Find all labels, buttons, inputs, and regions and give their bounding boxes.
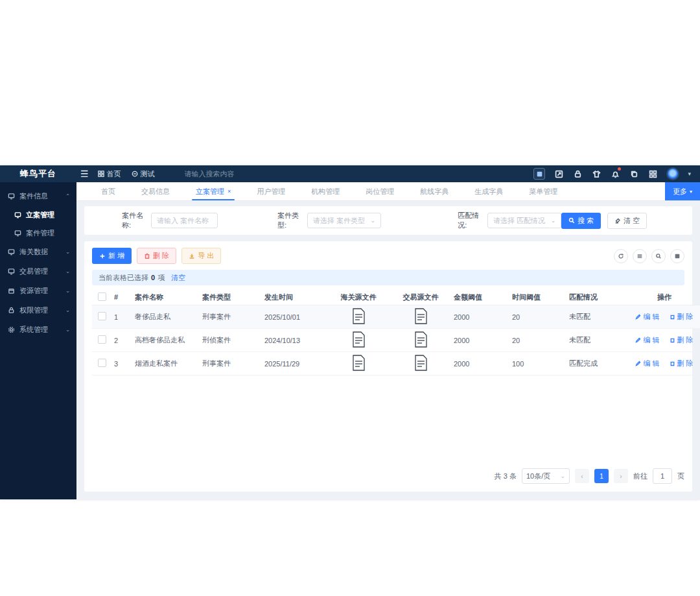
user-menu-chevron-icon[interactable]: ▾ xyxy=(688,171,691,177)
search-button[interactable]: 搜 索 xyxy=(561,213,601,229)
document-icon[interactable] xyxy=(414,331,428,348)
sidebar-item-case-management[interactable]: 案件管理 xyxy=(0,224,76,242)
monitor-icon xyxy=(14,230,21,237)
table-toolbar: 新 增 删 除 导 出 xyxy=(92,248,684,264)
refresh-button[interactable] xyxy=(614,249,628,263)
tabs-more-button[interactable]: 更多 ▾ xyxy=(665,182,700,200)
theme-mode-button[interactable] xyxy=(533,168,545,180)
next-page-button[interactable]: › xyxy=(614,469,628,483)
delete-link[interactable]: 删 除 xyxy=(670,335,694,345)
delete-button[interactable]: 删 除 xyxy=(137,248,176,264)
sidebar-item-trade-management[interactable]: 交易管理 ⌄ xyxy=(0,261,76,281)
lock-screen-button[interactable] xyxy=(572,169,583,179)
dashboard-icon xyxy=(98,171,104,177)
close-icon[interactable]: × xyxy=(228,188,231,195)
column-settings-button[interactable] xyxy=(670,249,684,263)
breadcrumb-home-label: 首页 xyxy=(107,169,121,179)
topbar-actions: ▾ xyxy=(533,167,700,180)
chevron-down-icon: ⌄ xyxy=(65,307,70,313)
case-type-select[interactable]: 请选择 案件类型 ⌄ xyxy=(307,213,381,228)
page-1-button[interactable]: 1 xyxy=(594,469,609,483)
tab-home[interactable]: 首页 xyxy=(88,182,128,200)
sidebar-item-label: 案件信息 xyxy=(19,191,48,201)
tab-gen-dict[interactable]: 生成字典 xyxy=(461,182,516,200)
edit-link[interactable]: 编 辑 xyxy=(635,312,659,322)
tab-post-management[interactable]: 岗位管理 xyxy=(353,182,407,200)
chevron-down-icon: ▾ xyxy=(690,189,692,195)
search-icon xyxy=(568,217,575,224)
edit-link[interactable]: 编 辑 xyxy=(635,359,659,368)
delete-link[interactable]: 删 除 xyxy=(670,359,694,368)
external-link-button[interactable] xyxy=(554,169,564,179)
tab-user-management[interactable]: 用户管理 xyxy=(244,182,298,200)
fullscreen-button[interactable] xyxy=(648,169,658,179)
sidebar-item-case-info[interactable]: 案件信息 ⌃ xyxy=(0,186,76,206)
plus-icon xyxy=(99,253,106,259)
sidebar-item-system-management[interactable]: 系统管理 ⌄ xyxy=(0,320,76,339)
monitor-icon xyxy=(8,248,15,256)
sidebar-item-resource-management[interactable]: 资源管理 ⌄ xyxy=(0,281,76,300)
sidebar-item-filing-management[interactable]: 立案管理 xyxy=(0,206,76,224)
page-size-select[interactable]: 10条/页 ⌄ xyxy=(522,468,570,484)
tab-trade-info[interactable]: 交易信息 xyxy=(128,182,183,200)
edit-link[interactable]: 编 辑 xyxy=(635,335,659,345)
selection-clear-link[interactable]: 清空 xyxy=(171,273,185,283)
prev-page-button[interactable]: ‹ xyxy=(575,469,589,483)
monitor-icon xyxy=(14,211,21,219)
row-checkbox[interactable] xyxy=(98,359,106,367)
tab-filing-management[interactable]: 立案管理× xyxy=(183,182,244,200)
sidebar-item-customs-data[interactable]: 海关数据 ⌄ xyxy=(0,242,76,261)
notifications-button[interactable] xyxy=(610,169,620,179)
sidebar: 案件信息 ⌃ 立案管理 案件管理 海关数据 ⌄ xyxy=(0,182,76,499)
sidebar-item-permission-management[interactable]: 权限管理 ⌄ xyxy=(0,300,76,320)
document-icon[interactable] xyxy=(352,331,366,348)
pencil-icon xyxy=(635,314,641,320)
tab-route-dict[interactable]: 航线字典 xyxy=(407,182,461,200)
col-ops: 操作 xyxy=(629,289,700,305)
export-button[interactable]: 导 出 xyxy=(181,248,221,264)
document-icon[interactable] xyxy=(414,308,428,324)
tab-menu-management[interactable]: 菜单管理 xyxy=(516,182,570,200)
goto-page-input[interactable]: 1 xyxy=(653,468,672,484)
search-toggle-button[interactable] xyxy=(651,249,666,263)
col-case-type: 案件类型 xyxy=(200,289,262,305)
cases-table: # 案件名称 案件类型 发生时间 海关源文件 交易源文件 金额阈值 时间阈值 匹… xyxy=(92,289,700,375)
col-index: # xyxy=(111,289,132,305)
breadcrumb-current[interactable]: 测试 xyxy=(132,169,155,179)
filter-panel: 案件名称: 请输入 案件名称 案件类型: 请选择 案件类型 ⌄ 匹配情况: xyxy=(84,206,692,235)
case-name-input[interactable]: 请输入 案件名称 xyxy=(151,213,218,228)
pagination-total: 共 3 条 xyxy=(495,471,517,481)
document-icon[interactable] xyxy=(414,355,428,371)
density-button[interactable] xyxy=(633,249,647,263)
table-header-row: # 案件名称 案件类型 发生时间 海关源文件 交易源文件 金额阈值 时间阈值 匹… xyxy=(92,289,700,305)
sidebar-item-label: 立案管理 xyxy=(26,210,54,220)
clear-button[interactable]: 清 空 xyxy=(607,213,647,229)
document-icon[interactable] xyxy=(352,308,366,324)
row-checkbox[interactable] xyxy=(98,335,106,344)
match-status-select[interactable]: 请选择 匹配情况 ⌄ xyxy=(487,213,561,228)
user-avatar[interactable] xyxy=(666,167,679,180)
pencil-icon xyxy=(635,361,641,366)
chevron-down-icon: ⌄ xyxy=(65,249,70,255)
table-row: 3 烟酒走私案件 刑事案件 2025/11/29 2000 100 匹配完成 xyxy=(92,352,700,375)
document-icon[interactable] xyxy=(352,355,366,371)
match-status-label: 匹配情况: xyxy=(458,211,482,230)
select-all-checkbox[interactable] xyxy=(98,292,106,301)
row-checkbox[interactable] xyxy=(98,312,106,320)
col-match-status: 匹配情况 xyxy=(566,289,629,305)
tab-org-management[interactable]: 机构管理 xyxy=(298,182,353,200)
page: 蜂鸟平台 ☰ 首页 测试 请输入搜索内容 ▾ xyxy=(0,0,700,596)
trash-icon xyxy=(670,314,675,320)
topbar: 蜂鸟平台 ☰ 首页 测试 请输入搜索内容 ▾ xyxy=(0,165,700,182)
search-icon xyxy=(655,253,662,259)
match-status-badge: 未匹配 xyxy=(566,305,629,329)
monitor-icon xyxy=(535,170,544,178)
add-button[interactable]: 新 增 xyxy=(92,248,132,264)
global-search-input[interactable]: 请输入搜索内容 xyxy=(185,169,262,179)
breadcrumb-home[interactable]: 首页 xyxy=(98,169,121,179)
theme-skin-button[interactable] xyxy=(591,169,601,179)
copy-button[interactable] xyxy=(629,169,639,179)
delete-link[interactable]: 删 除 xyxy=(670,312,694,322)
menu-collapse-icon[interactable]: ☰ xyxy=(80,169,89,179)
cell-case-name: 奢侈品走私 xyxy=(132,305,200,329)
